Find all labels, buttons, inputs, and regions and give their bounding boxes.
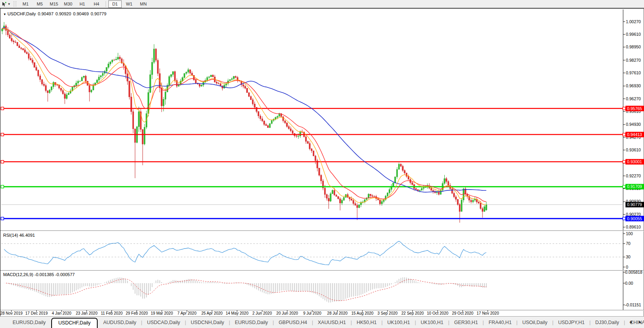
timeframe-toolbar: ▼ M1M5M15M30H1H4D1W1MN xyxy=(0,0,644,8)
timeframe-button-m1[interactable]: M1 xyxy=(19,0,32,8)
time-axis-label: 3 Sep 2020 xyxy=(377,311,397,315)
level-price-tag: 0.90055 xyxy=(625,216,644,221)
time-axis-label: 23 Jan 2020 xyxy=(76,311,97,315)
timeframe-button-h4[interactable]: H4 xyxy=(90,0,103,8)
time-axis-label: 4 Jan 2020 xyxy=(52,311,72,315)
svg-text:0.92270: 0.92270 xyxy=(626,173,641,178)
svg-text:0.00: 0.00 xyxy=(625,281,633,286)
time-axis-label: 22 Sep 2020 xyxy=(401,311,424,315)
svg-text:0.99610: 0.99610 xyxy=(626,32,641,37)
chart-tab-hk50-h1[interactable]: HK50,H1 xyxy=(351,318,382,327)
line-handle[interactable] xyxy=(1,160,4,163)
timeframe-button-m5[interactable]: M5 xyxy=(33,0,46,8)
svg-text:0.90055: 0.90055 xyxy=(627,216,642,221)
candles xyxy=(2,22,487,223)
timeframe-button-d1[interactable]: D1 xyxy=(108,0,122,8)
current-price-tag: 0.90779 xyxy=(625,202,644,207)
time-axis-label: 17 Dec 2019 xyxy=(25,311,48,315)
line-handle[interactable] xyxy=(623,160,625,163)
chart-tab-uk100-h1[interactable]: UK100,H1 xyxy=(415,318,449,327)
time-axis-label: 28 Nov 2019 xyxy=(0,311,23,315)
chart-tab-ger30-h1[interactable]: GER30,H1 xyxy=(449,318,483,327)
svg-text:1.00270: 1.00270 xyxy=(626,19,641,24)
timeframe-button-h1[interactable]: H1 xyxy=(76,0,89,8)
chart-tab-usoil-daily[interactable]: USOil,Daily xyxy=(517,318,553,327)
time-axis-label: 28 Jul 2020 xyxy=(327,311,348,315)
chart-tab-bar: EURUSD,DailyUSDCHF,DailyAUDUSD,Daily|USD… xyxy=(0,316,644,328)
chart-tab-audusd-daily[interactable]: AUDUSD,Daily xyxy=(98,318,142,327)
chart-tab-gbpusd-h4[interactable]: GBPUSD,H4 xyxy=(273,318,312,327)
chart-tab-usdcad-daily[interactable]: USDCAD,Daily xyxy=(141,318,186,327)
svg-text:0.90779: 0.90779 xyxy=(627,202,642,207)
chart-tab-usdchf-daily[interactable]: USDCHF,Daily xyxy=(51,318,98,328)
svg-text:0.91709: 0.91709 xyxy=(627,184,642,189)
line-handle[interactable] xyxy=(1,217,4,220)
svg-text:0.96930: 0.96930 xyxy=(626,83,641,88)
chart-tab-eurusd-daily[interactable]: EURUSD,Daily xyxy=(7,318,51,327)
time-axis[interactable]: 28 Nov 201917 Dec 20194 Jan 202023 Jan 2… xyxy=(0,311,623,317)
time-axis-label: 19 Mar 2020 xyxy=(151,311,173,315)
rsi-line xyxy=(4,241,486,265)
chart-frame xyxy=(0,9,644,311)
timeframe-button-w1[interactable]: W1 xyxy=(122,0,136,8)
svg-text:0.97610: 0.97610 xyxy=(626,70,641,75)
tabs-scroll-left-icon[interactable]: ◄ xyxy=(629,320,633,324)
ma-mid-line xyxy=(2,28,486,202)
line-handle[interactable] xyxy=(623,217,625,220)
time-axis-label: 15 Aug 2020 xyxy=(351,311,373,315)
chart-tab-xauusd-h1[interactable]: XAUUSD,H1 xyxy=(312,318,352,327)
rsi-panel: 10070300 xyxy=(1,231,633,269)
tabs-scroll-right-icon[interactable]: ► xyxy=(638,320,642,324)
time-axis-label: 14 May 2020 xyxy=(226,311,249,315)
time-axis-label: 10 Oct 2020 xyxy=(427,311,448,315)
line-handle[interactable] xyxy=(1,133,4,136)
chart-tab-usdcnh-daily[interactable]: USDCNH,Daily xyxy=(185,318,230,327)
time-axis-label: 11 Feb 2020 xyxy=(101,311,122,315)
ma-fast-line xyxy=(2,28,486,205)
svg-text:0: 0 xyxy=(626,265,628,269)
level-price-tag: 0.93001 xyxy=(625,159,644,164)
tool-dropdown-caret-icon[interactable]: ▼ xyxy=(7,2,11,6)
chart-tabs: EURUSD,DailyUSDCHF,DailyAUDUSD,Daily|USD… xyxy=(7,317,644,328)
macd-label: MACD(12,26,9) -0.001385 -0.000577 xyxy=(3,272,75,277)
line-handle[interactable] xyxy=(1,107,4,110)
ohlc-high: 0.90920 xyxy=(56,11,71,16)
chart-tab-usdjpy-h1[interactable]: USDJPY,H1 xyxy=(553,318,590,327)
chart-tab-eurusd-daily[interactable]: EURUSD,Daily xyxy=(229,318,273,327)
line-handle[interactable] xyxy=(623,185,625,188)
collapse-indicator-icon[interactable]: ▼ xyxy=(3,13,6,16)
chart-tab-fra40-h1[interactable]: FRA40,H1 xyxy=(483,318,517,327)
chart-window[interactable]: 1.002700.996100.989500.982700.976100.969… xyxy=(0,8,644,316)
ohlc-low: 0.90469 xyxy=(73,11,89,16)
timeframe-button-mn[interactable]: MN xyxy=(137,0,150,8)
level-price-tag: 0.91709 xyxy=(625,184,644,190)
time-axis-label: 17 Nov 2020 xyxy=(477,311,499,315)
svg-text:-0.01151: -0.01151 xyxy=(625,302,641,307)
timeframe-button-m15[interactable]: M15 xyxy=(47,0,61,8)
svg-text:0.96270: 0.96270 xyxy=(626,96,641,101)
chart-title: ▼USDCHF,Daily0.904970.909200.904690.9077… xyxy=(3,11,108,16)
chart-canvas[interactable]: 1.002700.996100.989500.982700.976100.969… xyxy=(0,9,644,317)
svg-text:0.94413: 0.94413 xyxy=(627,132,642,137)
price-axis[interactable]: 1.002700.996100.989500.982700.976100.969… xyxy=(623,19,641,230)
chart-tab-dj30-daily[interactable]: DJ30,Daily xyxy=(590,318,624,327)
ohlc-close: 0.90779 xyxy=(91,11,106,16)
timeframe-button-m30[interactable]: M30 xyxy=(61,0,75,8)
svg-text:70: 70 xyxy=(626,241,631,246)
time-axis-label: 20 Jun 2020 xyxy=(277,311,298,315)
cursor-tool-icon[interactable] xyxy=(1,1,7,7)
svg-text:0.98270: 0.98270 xyxy=(626,58,641,63)
line-handle[interactable] xyxy=(623,107,625,110)
line-handle[interactable] xyxy=(1,185,4,188)
horizontal-level-lines[interactable] xyxy=(1,107,626,220)
timeframe-buttons: M1M5M15M30H1H4D1W1MN xyxy=(19,0,150,8)
svg-text:0.98950: 0.98950 xyxy=(626,44,641,49)
time-axis-label: 29 Feb 2020 xyxy=(126,311,148,315)
line-handle[interactable] xyxy=(623,133,625,136)
time-axis-label: 29 Oct 2020 xyxy=(452,311,473,315)
svg-text:30: 30 xyxy=(626,254,631,259)
level-price-tag: 0.95765 xyxy=(625,106,644,111)
svg-text:100: 100 xyxy=(626,231,633,236)
ohlc-open: 0.90497 xyxy=(38,11,54,16)
chart-tab-uk100-h1[interactable]: UK100,H1 xyxy=(382,318,416,327)
